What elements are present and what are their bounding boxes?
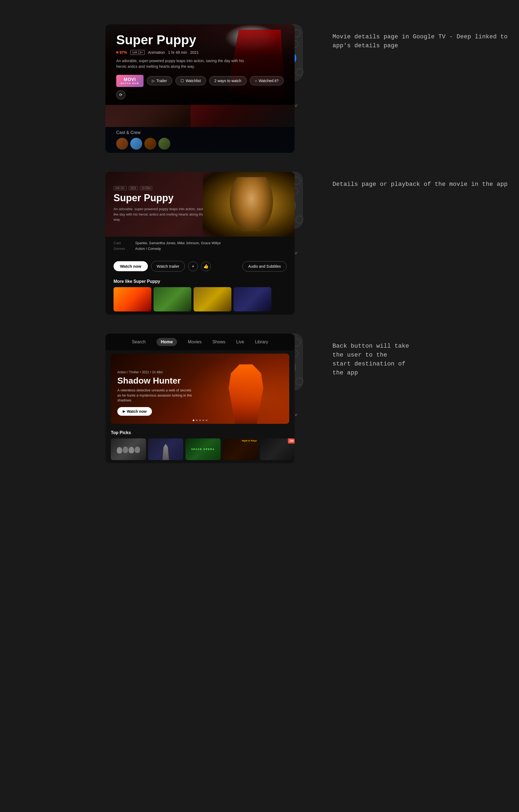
- picks-row: SPACE OPERA Night in Tokyo ON: [111, 438, 289, 460]
- face-4: [135, 446, 140, 453]
- dot-1[interactable]: [193, 419, 194, 421]
- home-hero-card: Action / Thriller • 2021 • 1h 48m Shadow…: [111, 354, 289, 424]
- carousel-dots: [193, 419, 207, 421]
- watchlist-button[interactable]: ☐ Watchlist: [175, 76, 206, 85]
- picks-thumb-3[interactable]: SPACE OPERA: [186, 438, 221, 460]
- ways-label: 2 ways to watch: [214, 79, 241, 83]
- dot-5[interactable]: [206, 419, 207, 421]
- watched-it-button[interactable]: ○ Watched it?: [250, 76, 284, 85]
- watch-now-label: Watch now: [127, 409, 146, 413]
- nav-live[interactable]: Live: [236, 340, 244, 344]
- pick-visual-2: [148, 438, 183, 460]
- caption-3: Back button will take the user to the st…: [316, 334, 519, 463]
- trailer-button[interactable]: ▷ Trailer: [147, 76, 172, 85]
- cast-avatar-3: [144, 138, 156, 150]
- app-hero: U/A 13+ 2021 1h 53m Super Puppy An adora…: [105, 172, 295, 237]
- face-2: [123, 446, 128, 453]
- screen-2-container: U/A 13+ 2021 1h 53m Super Puppy An adora…: [51, 172, 246, 315]
- related-thumbnails: [113, 287, 286, 312]
- app-movie-title: Super Puppy: [113, 192, 211, 204]
- audio-subtitles-button[interactable]: Audio and Subtitles: [243, 261, 286, 271]
- on-badge: ON: [288, 438, 295, 443]
- caption-3-line1: Back button will take: [332, 343, 409, 350]
- screen-3-container: Search Home Movies Shows Live Library: [51, 334, 246, 463]
- gtv-rating: 97%: [116, 50, 127, 55]
- related-thumb-4[interactable]: [234, 287, 271, 312]
- face-1: [117, 447, 122, 454]
- gtv-cast-section: Cast & Crew: [105, 127, 295, 153]
- cast-avatar-4: [158, 138, 170, 150]
- movi-watch-button[interactable]: MOVI WATCH NOW: [116, 75, 143, 87]
- year-text: 2021: [190, 50, 199, 55]
- faces-row: [117, 445, 140, 454]
- app-like-button[interactable]: 👍: [201, 261, 211, 271]
- caption-3-the: the: [376, 352, 387, 358]
- related-thumb-1[interactable]: [113, 287, 152, 312]
- dot-4[interactable]: [202, 419, 204, 421]
- related-thumb-3[interactable]: [194, 287, 231, 312]
- caption-text-2: Details page or playback of the movie in…: [332, 180, 519, 189]
- circle-icon: ○: [255, 79, 257, 83]
- caption-3-line4: the app: [332, 370, 358, 376]
- app-screen: U/A 13+ 2021 1h 53m Super Puppy An adora…: [105, 172, 295, 315]
- app-duration-badge: 1h 53m: [140, 186, 152, 190]
- genres-row: Genres Action / Comedy: [113, 246, 286, 251]
- related-thumb-2[interactable]: [154, 287, 191, 312]
- gtv-description: An adorable, super-powered puppy leaps i…: [116, 58, 251, 69]
- space-opera-text: SPACE OPERA: [191, 448, 215, 451]
- face-3: [129, 447, 134, 453]
- age-badge: U/A 13+: [130, 50, 145, 55]
- more-like-title: More like Super Puppy: [113, 279, 286, 284]
- dot-2[interactable]: [196, 419, 198, 421]
- nav-library[interactable]: Library: [255, 340, 268, 344]
- pick-visual-1: [111, 438, 146, 460]
- nav-home[interactable]: Home: [157, 338, 177, 346]
- home-watch-button[interactable]: ▶ Watch now: [117, 407, 152, 416]
- play-icon: ▷: [152, 79, 155, 83]
- hero-movie-title: Shadow Hunter: [117, 376, 193, 386]
- caption-2: Details page or playback of the movie in…: [316, 172, 519, 315]
- section-2: U/A 13+ 2021 1h 53m Super Puppy An adora…: [0, 158, 519, 320]
- ways-to-watch-button[interactable]: 2 ways to watch: [209, 76, 247, 85]
- genre-text: Animation: [148, 50, 165, 55]
- nav-movies[interactable]: Movies: [188, 340, 202, 344]
- remote-btn-nav-right-1[interactable]: [296, 68, 303, 76]
- arrow-head-2: ↙: [295, 250, 298, 255]
- app-trailer-button[interactable]: Watch trailer: [151, 261, 185, 271]
- cast-row: Cast Sparkie, Samantha Jones, Mike Johns…: [113, 241, 286, 245]
- share-button[interactable]: ⟳: [116, 90, 126, 99]
- trailer-label: Trailer: [157, 79, 167, 83]
- dot-3[interactable]: [199, 419, 201, 421]
- app-action-row: Watch now Watch trailer + 👍 Audio and Su…: [105, 257, 295, 276]
- app-hero-content: U/A 13+ 2021 1h 53m Super Puppy An adora…: [105, 172, 219, 237]
- cast-avatar-2: [130, 138, 142, 150]
- app-add-button[interactable]: +: [188, 261, 198, 271]
- app-more-section: More like Super Puppy: [105, 276, 295, 315]
- nav-search[interactable]: Search: [132, 340, 146, 344]
- genres-label: Genres: [113, 246, 130, 251]
- nav-shows[interactable]: Shows: [213, 340, 225, 344]
- movi-sub-text: WATCH NOW: [120, 82, 139, 85]
- cast-value: Sparkie, Samantha Jones, Mike Johnson, G…: [135, 241, 221, 245]
- cast-label: Cast: [113, 241, 130, 245]
- remote-btn-nav-right-3[interactable]: [296, 378, 303, 385]
- gtv-meta-row: 97% U/A 13+ Animation 1 hr 49 min 2021: [116, 50, 284, 55]
- cast-avatar-1: [116, 138, 128, 150]
- caption-text-3: Back button will take the user to the st…: [332, 342, 519, 377]
- home-screen: Search Home Movies Shows Live Library: [105, 334, 295, 463]
- night-tokyo-text: Night in Tokyo: [242, 439, 257, 442]
- remote-btn-nav-right-2[interactable]: [296, 216, 303, 223]
- picks-thumb-4[interactable]: Night in Tokyo: [223, 438, 258, 460]
- hero-genre-text: Action / Thriller • 2021 • 1h 48m: [117, 370, 193, 374]
- picks-thumb-1[interactable]: [111, 438, 146, 460]
- genres-value: Action / Comedy: [135, 246, 161, 251]
- screen-1-container: Super Puppy 97% U/A 13+ Animation 1 hr 4…: [51, 24, 246, 153]
- app-details-section: Cast Sparkie, Samantha Jones, Mike Johns…: [105, 237, 295, 257]
- picks-thumb-2[interactable]: [148, 438, 183, 460]
- picks-thumb-5[interactable]: ON: [260, 438, 295, 460]
- gtv-screen: Super Puppy 97% U/A 13+ Animation 1 hr 4…: [105, 24, 295, 153]
- gtv-movie-title: Super Puppy: [116, 32, 284, 47]
- app-watch-button[interactable]: Watch now: [113, 261, 148, 271]
- page-wrapper: Super Puppy 97% U/A 13+ Animation 1 hr 4…: [0, 11, 519, 469]
- caption-3-dest: destination of: [354, 360, 406, 367]
